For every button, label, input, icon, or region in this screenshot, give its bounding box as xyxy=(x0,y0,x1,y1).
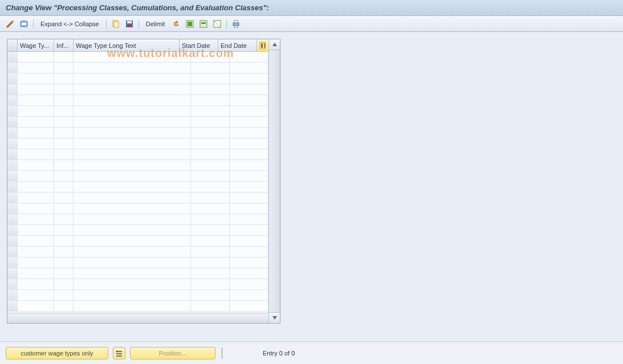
cell-wage-type[interactable] xyxy=(18,214,54,224)
cell-start-date[interactable] xyxy=(191,149,230,159)
row-selector[interactable] xyxy=(7,84,18,95)
cell-long-text[interactable] xyxy=(74,138,191,149)
row-selector[interactable] xyxy=(7,279,18,289)
cell-wage-type[interactable] xyxy=(18,117,54,127)
cell-start-date[interactable] xyxy=(191,193,230,203)
cell-end-date[interactable] xyxy=(230,149,268,159)
col-long-text[interactable]: Wage Type Long Text xyxy=(74,39,180,51)
row-selector[interactable] xyxy=(7,63,18,73)
undo-icon[interactable] xyxy=(170,19,182,29)
row-selector[interactable] xyxy=(7,117,18,127)
cell-start-date[interactable] xyxy=(191,268,230,279)
position-button[interactable]: Position... xyxy=(130,347,215,359)
scroll-track[interactable] xyxy=(269,50,280,312)
cell-start-date[interactable] xyxy=(191,160,230,170)
cell-long-text[interactable] xyxy=(74,236,191,246)
cell-long-text[interactable] xyxy=(74,149,191,159)
cell-inf[interactable] xyxy=(54,193,74,203)
cell-start-date[interactable] xyxy=(191,247,230,257)
row-selector[interactable] xyxy=(7,128,18,138)
cell-end-date[interactable] xyxy=(230,117,268,127)
cell-end-date[interactable] xyxy=(230,182,268,192)
row-selector[interactable] xyxy=(7,290,18,300)
cell-inf[interactable] xyxy=(54,203,74,214)
cell-start-date[interactable] xyxy=(191,182,230,192)
cell-wage-type[interactable] xyxy=(18,128,54,138)
row-selector[interactable] xyxy=(7,193,18,203)
cell-wage-type[interactable] xyxy=(18,193,54,203)
cell-inf[interactable] xyxy=(54,182,74,192)
cell-end-date[interactable] xyxy=(230,128,268,138)
cell-long-text[interactable] xyxy=(74,171,191,181)
cell-long-text[interactable] xyxy=(74,301,191,311)
cell-inf[interactable] xyxy=(54,128,74,138)
row-selector[interactable] xyxy=(7,149,18,159)
select-all-icon[interactable] xyxy=(184,19,196,29)
cell-long-text[interactable] xyxy=(74,128,191,138)
save-icon[interactable] xyxy=(124,19,135,29)
cell-inf[interactable] xyxy=(54,138,74,149)
cell-wage-type[interactable] xyxy=(18,63,54,73)
row-selector[interactable] xyxy=(7,214,18,224)
cell-end-date[interactable] xyxy=(230,247,268,257)
row-selector[interactable] xyxy=(7,236,18,246)
cell-end-date[interactable] xyxy=(230,301,268,311)
cell-inf[interactable] xyxy=(54,225,74,235)
cell-long-text[interactable] xyxy=(74,73,191,84)
cell-end-date[interactable] xyxy=(230,225,268,235)
row-selector[interactable] xyxy=(7,301,18,311)
cell-long-text[interactable] xyxy=(74,52,191,62)
cell-long-text[interactable] xyxy=(74,95,191,105)
cell-start-date[interactable] xyxy=(191,73,230,84)
row-selector[interactable] xyxy=(7,257,18,268)
customer-wage-types-button[interactable]: customer wage types only xyxy=(6,347,108,359)
cell-end-date[interactable] xyxy=(230,268,268,279)
col-wage-type[interactable]: Wage Ty... xyxy=(18,39,54,51)
row-selector[interactable] xyxy=(7,182,18,192)
cell-inf[interactable] xyxy=(54,301,74,311)
cell-start-date[interactable] xyxy=(191,95,230,105)
cell-start-date[interactable] xyxy=(191,236,230,246)
row-selector[interactable] xyxy=(7,138,18,149)
cell-inf[interactable] xyxy=(54,84,74,95)
row-selector[interactable] xyxy=(7,106,18,116)
print-icon[interactable] xyxy=(230,19,242,29)
cell-start-date[interactable] xyxy=(191,63,230,73)
cell-wage-type[interactable] xyxy=(18,268,54,279)
row-selector[interactable] xyxy=(7,171,18,181)
cell-start-date[interactable] xyxy=(191,52,230,62)
cell-start-date[interactable] xyxy=(191,225,230,235)
copy-icon[interactable] xyxy=(110,19,121,29)
row-selector[interactable] xyxy=(7,160,18,170)
cell-end-date[interactable] xyxy=(230,214,268,224)
cell-long-text[interactable] xyxy=(74,214,191,224)
cell-wage-type[interactable] xyxy=(18,301,54,311)
cell-wage-type[interactable] xyxy=(18,182,54,192)
cell-long-text[interactable] xyxy=(74,257,191,268)
toggle-display-change-icon[interactable] xyxy=(5,19,16,29)
cell-long-text[interactable] xyxy=(74,182,191,192)
cell-inf[interactable] xyxy=(54,290,74,300)
cell-wage-type[interactable] xyxy=(18,160,54,170)
cell-start-date[interactable] xyxy=(191,301,230,311)
cell-wage-type[interactable] xyxy=(18,290,54,300)
expand-collapse-button[interactable]: Expand <-> Collapse xyxy=(37,19,103,28)
cell-start-date[interactable] xyxy=(191,171,230,181)
cell-inf[interactable] xyxy=(54,149,74,159)
cell-start-date[interactable] xyxy=(191,257,230,268)
cell-long-text[interactable] xyxy=(74,117,191,127)
other-view-icon[interactable] xyxy=(18,19,30,29)
cell-start-date[interactable] xyxy=(191,117,230,127)
cell-inf[interactable] xyxy=(54,160,74,170)
cell-end-date[interactable] xyxy=(230,203,268,214)
cell-long-text[interactable] xyxy=(74,268,191,279)
select-block-icon[interactable] xyxy=(198,19,209,29)
cell-wage-type[interactable] xyxy=(18,106,54,116)
cell-end-date[interactable] xyxy=(230,290,268,300)
cell-start-date[interactable] xyxy=(191,203,230,214)
delimit-button[interactable]: Delimit xyxy=(142,19,169,28)
row-selector[interactable] xyxy=(7,268,18,279)
cell-end-date[interactable] xyxy=(230,52,268,62)
cell-inf[interactable] xyxy=(54,247,74,257)
cell-inf[interactable] xyxy=(54,106,74,116)
